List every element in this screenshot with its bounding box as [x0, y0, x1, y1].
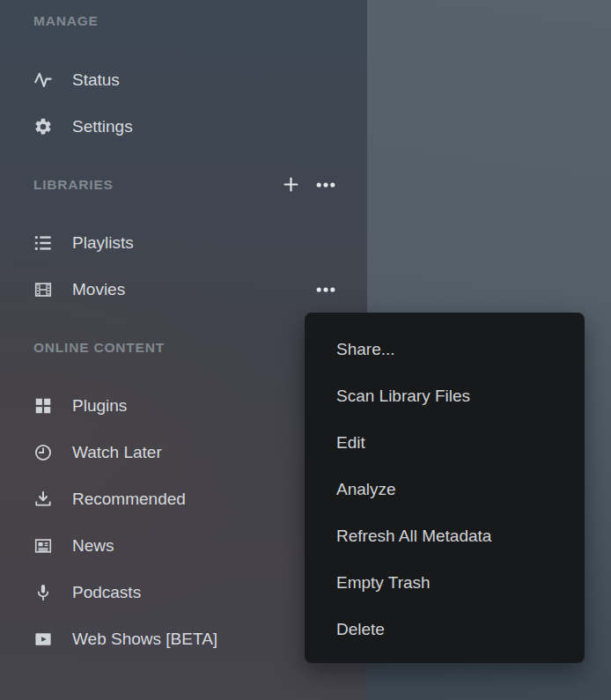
sidebar-item-news[interactable]: News [33, 522, 337, 569]
sidebar-item-label: Movies [72, 280, 125, 299]
menu-item-share[interactable]: Share... [305, 326, 585, 372]
mic-icon [33, 583, 53, 602]
sidebar-item-label: News [72, 536, 114, 556]
news-icon [33, 536, 53, 556]
playlist-icon [33, 233, 53, 253]
sidebar-item-podcasts[interactable]: Podcasts [33, 569, 337, 615]
sidebar-item-playlists[interactable]: Playlists [33, 219, 337, 266]
sidebar-item-movies[interactable]: Movies [33, 266, 337, 313]
clock-icon [33, 443, 53, 462]
sidebar-item-label: Playlists [72, 233, 134, 253]
grid-icon [33, 396, 53, 416]
film-icon [33, 280, 53, 299]
sidebar-item-recommended[interactable]: Recommended [33, 475, 337, 522]
menu-item-analyze[interactable]: Analyze [305, 466, 585, 512]
libraries-more-button[interactable] [314, 173, 337, 196]
sidebar-item-plugins[interactable]: Plugins [33, 382, 337, 429]
section-header-libraries: LIBRARIES [33, 161, 337, 208]
sidebar-item-settings[interactable]: Settings [33, 103, 337, 150]
movies-more-button[interactable] [314, 278, 337, 301]
sidebar-item-label: Settings [72, 117, 133, 136]
gear-icon [33, 117, 53, 136]
menu-item-delete[interactable]: Delete [305, 606, 585, 652]
menu-item-scan-library-files[interactable]: Scan Library Files [305, 372, 585, 419]
section-title: ONLINE CONTENT [33, 340, 165, 356]
sidebar-item-label: Recommended [72, 490, 186, 509]
sidebar-item-label: Status [72, 70, 120, 90]
menu-item-refresh-all-metadata[interactable]: Refresh All Metadata [305, 512, 585, 559]
sidebar-item-web-shows[interactable]: Web Shows [BETA] [33, 615, 337, 662]
sidebar-item-status[interactable]: Status [33, 56, 337, 103]
section-header-manage: MANAGE [33, 0, 337, 42]
activity-icon [33, 70, 53, 90]
menu-item-edit[interactable]: Edit [305, 419, 585, 466]
sidebar-item-watch-later[interactable]: Watch Later [33, 429, 337, 475]
section-header-online-content: ONLINE CONTENT [33, 324, 337, 371]
sidebar-item-label: Web Shows [BETA] [72, 630, 217, 649]
section-title: MANAGE [33, 13, 99, 29]
sidebar-item-label: Watch Later [72, 443, 162, 462]
plex-sidebar-screen: MANAGE Status Settings LIBRARIES [0, 0, 611, 700]
movies-context-menu: Share... Scan Library Files Edit Analyze… [305, 313, 585, 663]
menu-item-empty-trash[interactable]: Empty Trash [305, 559, 585, 606]
download-icon [33, 490, 53, 509]
play-box-icon [33, 630, 53, 649]
sidebar-item-label: Plugins [72, 396, 127, 416]
sidebar-item-label: Podcasts [72, 583, 141, 602]
section-title: LIBRARIES [33, 177, 114, 193]
add-library-button[interactable] [281, 174, 301, 195]
